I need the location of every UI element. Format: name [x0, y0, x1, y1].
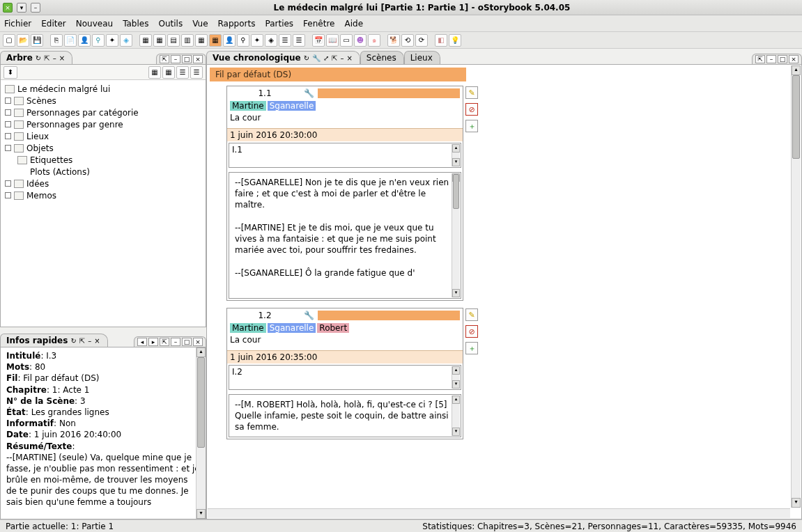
prev-icon[interactable]: ⟲ — [401, 34, 414, 47]
tree-view4-icon[interactable]: ☰ — [190, 66, 203, 79]
tree-node-perso-cat[interactable]: Personnages par catégorie — [5, 107, 201, 118]
close-icon[interactable]: × — [94, 337, 100, 345]
wrench-icon[interactable]: 🔧 — [302, 88, 315, 98]
tag-icon[interactable]: ◈ — [120, 34, 132, 47]
tag2-icon[interactable]: ◈ — [265, 34, 277, 47]
scroll-down-icon[interactable]: ▾ — [792, 498, 801, 508]
bulb-icon[interactable]: 💡 — [449, 34, 461, 47]
panel-max-icon[interactable]: □ — [182, 338, 192, 346]
expand-icon[interactable]: ⤢ — [323, 54, 329, 62]
paste-icon[interactable]: 📄 — [64, 34, 77, 47]
menu-vue[interactable]: Vue — [192, 19, 208, 29]
expand-icon[interactable] — [5, 145, 11, 151]
panel-close-icon[interactable]: × — [789, 55, 799, 63]
scrollbar[interactable]: ▴▾ — [452, 396, 460, 436]
scene-edit-button[interactable]: ✎ — [465, 308, 478, 321]
tree-root[interactable]: Le médecin malgré lui — [5, 83, 201, 95]
dog-icon[interactable]: 🐕 — [387, 34, 400, 47]
menu-parties[interactable]: Parties — [265, 19, 293, 29]
scroll-up-icon[interactable]: ▴ — [792, 65, 801, 75]
min-icon[interactable]: – — [53, 54, 56, 62]
min-icon[interactable]: – — [340, 54, 344, 62]
pin-icon[interactable]: ⇱ — [79, 337, 85, 345]
tree-node-scenes[interactable]: Scènes — [5, 95, 201, 107]
tree-node-perso-genre[interactable]: Personnages par genre — [5, 118, 201, 130]
scroll-down-icon[interactable]: ▾ — [196, 509, 206, 519]
next-icon[interactable]: ⟳ — [415, 34, 428, 47]
loc2-icon[interactable]: ⚲ — [237, 34, 249, 47]
wrench-icon[interactable]: 🔧 — [312, 54, 321, 62]
min-icon[interactable]: – — [88, 337, 91, 345]
panel-min-icon[interactable]: – — [171, 55, 180, 63]
grid1-icon[interactable]: ▦ — [139, 34, 152, 47]
expand-icon[interactable] — [5, 192, 11, 198]
scrollbar[interactable]: ▴▾ — [452, 144, 460, 166]
scene-add-button[interactable]: ＋ — [465, 342, 478, 354]
eraser-icon[interactable]: ◧ — [435, 34, 447, 47]
close-icon[interactable]: × — [346, 54, 352, 62]
scene-card[interactable]: ✎ ⊘ ＋ 1.1 🔧 Martine Sganarelle La cour — [226, 86, 463, 301]
grid-orange-icon[interactable]: ▦ — [209, 34, 222, 47]
star2-icon[interactable]: ✦ — [251, 34, 263, 47]
menu-aide[interactable]: Aide — [344, 19, 363, 29]
new-file-icon[interactable]: ▢ — [3, 34, 15, 47]
infos-tab[interactable]: Infos rapides ↻ ⇱ – × — [0, 334, 108, 347]
scene-slug-field[interactable]: I.2 ▴▾ — [229, 365, 461, 390]
tree-mode-icon[interactable]: ⬍ — [3, 66, 17, 79]
scene-text-field[interactable]: --[SGANARELLE] Non je te dis que je n'en… — [229, 172, 461, 299]
open-file-icon[interactable]: 📂 — [17, 34, 29, 47]
list-icon[interactable]: ☰ — [279, 34, 291, 47]
pin-icon[interactable]: ⇱ — [44, 54, 49, 62]
person-icon[interactable]: 👤 — [78, 34, 91, 47]
panel-prev-icon[interactable]: ◂ — [137, 338, 147, 346]
panel-pin-icon[interactable]: ⇱ — [160, 55, 169, 63]
scroll-up-icon[interactable]: ▴ — [196, 347, 206, 357]
scene-delete-button[interactable]: ⊘ — [465, 325, 478, 338]
save-icon[interactable]: 💾 — [31, 34, 43, 47]
menu-nouveau[interactable]: Nouveau — [76, 19, 113, 29]
book-icon[interactable]: 📖 — [326, 34, 339, 47]
tree-node-idees[interactable]: Idées — [5, 178, 201, 189]
grid2-icon[interactable]: ▦ — [153, 34, 166, 47]
expand-icon[interactable] — [5, 180, 11, 187]
scroll-thumb[interactable] — [792, 75, 800, 159]
character-chip[interactable]: Sganarelle — [268, 323, 316, 333]
chrono-tab[interactable]: Vue chronologique ↻ 🔧 ⤢ ⇱ – × — [206, 51, 360, 64]
character-chip[interactable]: Martine — [230, 323, 266, 333]
refresh-icon[interactable]: ↻ — [304, 54, 309, 62]
star-icon[interactable]: ✦ — [106, 34, 118, 47]
grid4-icon[interactable]: ▥ — [181, 34, 194, 47]
tree-node-etiquettes[interactable]: Etiquettes — [5, 154, 201, 166]
character-chip[interactable]: Robert — [317, 323, 349, 333]
refresh-icon[interactable]: ↻ — [70, 337, 76, 345]
tree-view[interactable]: Le médecin malgré lui Scènes Personnages… — [1, 80, 206, 327]
refresh-icon[interactable]: ↻ — [36, 54, 41, 62]
menu-fichier[interactable]: Fichier — [4, 19, 31, 29]
panel-close-icon[interactable]: × — [193, 338, 203, 346]
head-icon[interactable]: ☻ — [354, 34, 367, 47]
scene-edit-button[interactable]: ✎ — [465, 86, 478, 99]
tree-view3-icon[interactable]: ☰ — [176, 66, 189, 79]
menu-editer[interactable]: Editer — [41, 19, 66, 29]
close-icon[interactable]: × — [59, 54, 65, 62]
menu-outils[interactable]: Outils — [158, 19, 183, 29]
expand-icon[interactable] — [5, 97, 11, 104]
arbre-tab[interactable]: Arbre ↻ ⇱ – × — [0, 51, 72, 64]
spiral-icon[interactable]: ๑ — [368, 34, 380, 47]
lieux-tab[interactable]: Lieux — [404, 51, 440, 64]
window-close-button[interactable]: × — [3, 3, 13, 13]
scroll-thumb[interactable] — [197, 357, 205, 448]
panel-min-icon[interactable]: – — [766, 55, 776, 63]
pin-icon[interactable]: ⇱ — [332, 54, 337, 62]
tree-node-lieux[interactable]: Lieux — [5, 130, 201, 142]
chrono-vscrollbar[interactable]: ▴ ▾ — [791, 65, 801, 508]
menu-rapports[interactable]: Rapports — [218, 19, 256, 29]
location-icon[interactable]: ⚲ — [92, 34, 105, 47]
wrench-icon[interactable]: 🔧 — [302, 311, 315, 320]
scrollbar[interactable]: ▴▾ — [452, 173, 460, 297]
tree-node-objets[interactable]: Objets — [5, 142, 201, 154]
grid3-icon[interactable]: ▤ — [167, 34, 180, 47]
panel-max-icon[interactable]: □ — [778, 55, 787, 63]
scene-text-field[interactable]: --[M. ROBERT] Holà, holà, holà, fi, qu'e… — [229, 394, 461, 437]
panel-next-icon[interactable]: ▸ — [148, 338, 158, 346]
